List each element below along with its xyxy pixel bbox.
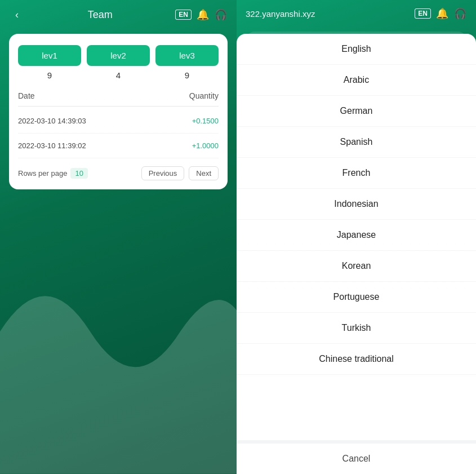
- top-nav: ‹ Team EN 🔔 🎧: [0, 0, 237, 29]
- right-lang-badge[interactable]: EN: [415, 8, 431, 19]
- row-date-1: 2022-03-10 14:39:03: [18, 117, 86, 125]
- language-item[interactable]: Spanish: [237, 127, 476, 158]
- language-dropdown: EnglishArabicGermanSpanishFrenchIndonesi…: [237, 34, 476, 474]
- language-item[interactable]: Arabic: [237, 65, 476, 96]
- nav-icons: EN 🔔 🎧: [175, 8, 228, 21]
- lev1-button[interactable]: lev1: [18, 45, 81, 66]
- headset-icon[interactable]: 🎧: [214, 8, 228, 21]
- right-nav-icons: EN 🔔 🎧: [415, 7, 467, 20]
- pagination: Rows per page 10 Previous Next: [18, 166, 219, 180]
- table-row: 2022-03-10 11:39:02 +1.0000: [18, 134, 219, 158]
- language-item[interactable]: French: [237, 158, 476, 189]
- row-qty-2: +1.0000: [192, 141, 219, 150]
- rows-per-page: Rows per page 10: [18, 168, 88, 179]
- language-item[interactable]: Korean: [237, 251, 476, 282]
- table-header: Date Quantity: [18, 91, 219, 107]
- language-item[interactable]: English: [237, 34, 476, 65]
- rows-per-page-label: Rows per page: [18, 169, 67, 178]
- lev2-count: 4: [87, 70, 150, 80]
- rows-per-page-value: 10: [70, 168, 87, 179]
- row-qty-1: +0.1500: [192, 117, 219, 125]
- lev1-count: 9: [18, 70, 81, 80]
- url-label: 322.yanyanshi.xyz: [246, 9, 415, 19]
- right-notification-icon[interactable]: 🔔: [435, 7, 449, 20]
- level-counts: 9 4 9: [18, 70, 219, 80]
- lev3-count: 9: [155, 70, 219, 80]
- page-buttons: Previous Next: [141, 166, 219, 180]
- next-button[interactable]: Next: [189, 166, 219, 180]
- col-quantity: Quantity: [189, 91, 219, 100]
- language-item[interactable]: German: [237, 96, 476, 127]
- language-item[interactable]: Turkish: [237, 313, 476, 344]
- back-button[interactable]: ‹: [9, 7, 25, 23]
- left-panel: ‹ Team EN 🔔 🎧 lev1 lev2 lev3 9 4 9 Date …: [0, 0, 237, 474]
- cancel-button[interactable]: Cancel: [237, 440, 476, 474]
- page-title: Team: [25, 9, 175, 21]
- lang-badge[interactable]: EN: [175, 10, 192, 20]
- lev2-button[interactable]: lev2: [87, 45, 150, 66]
- lev3-button[interactable]: lev3: [155, 45, 219, 66]
- language-item[interactable]: Portuguese: [237, 282, 476, 313]
- language-list: EnglishArabicGermanSpanishFrenchIndonesi…: [237, 34, 476, 440]
- notification-icon[interactable]: 🔔: [196, 8, 210, 21]
- level-buttons: lev1 lev2 lev3: [18, 45, 219, 66]
- previous-button[interactable]: Previous: [141, 166, 185, 180]
- right-top-nav: 322.yanyanshi.xyz EN 🔔 🎧: [237, 0, 476, 27]
- row-date-2: 2022-03-10 11:39:02: [18, 141, 86, 150]
- right-panel: 322.yanyanshi.xyz EN 🔔 🎧 Total balance 5…: [237, 0, 476, 474]
- language-item[interactable]: Chinese traditional: [237, 344, 476, 375]
- table-row: 2022-03-10 14:39:03 +0.1500: [18, 109, 219, 134]
- language-item[interactable]: Japanese: [237, 220, 476, 251]
- main-card: lev1 lev2 lev3 9 4 9 Date Quantity 2022-…: [9, 34, 228, 189]
- col-date: Date: [18, 91, 35, 100]
- right-headset-icon[interactable]: 🎧: [453, 7, 467, 20]
- language-item[interactable]: Indonesian: [237, 189, 476, 220]
